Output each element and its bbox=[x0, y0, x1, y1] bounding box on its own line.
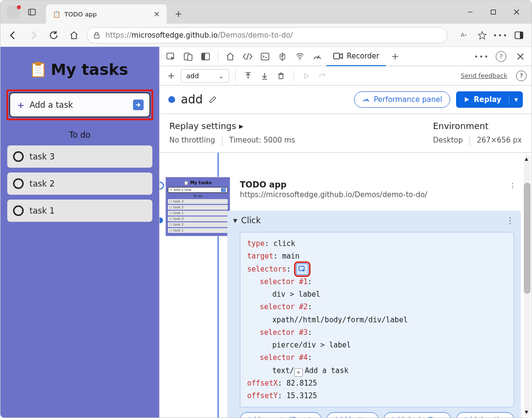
svg-rect-11 bbox=[520, 32, 523, 39]
step-more-icon[interactable]: ⋮ bbox=[506, 216, 515, 225]
send-feedback-link[interactable]: Send feedback bbox=[460, 72, 507, 79]
recorder-help-icon[interactable]: ? bbox=[516, 71, 527, 81]
tab-actions-icon[interactable] bbox=[26, 6, 38, 18]
scroll-down-icon[interactable]: ▾ bbox=[525, 408, 528, 416]
sources-tab-icon[interactable] bbox=[274, 48, 291, 65]
env-device: Desktop bbox=[433, 136, 463, 145]
add-chip[interactable]: Add deviceType bbox=[384, 412, 451, 418]
device-emulation-icon[interactable] bbox=[180, 48, 196, 65]
console-tab-icon[interactable] bbox=[257, 48, 273, 65]
import-icon[interactable] bbox=[241, 69, 255, 83]
throttling-value: No throttling bbox=[169, 136, 215, 145]
svg-rect-21 bbox=[202, 53, 205, 60]
tab-close-icon[interactable]: ✕ bbox=[154, 10, 160, 19]
scrollbar-thumb[interactable] bbox=[524, 183, 531, 294]
devtools-help-icon[interactable]: ? bbox=[493, 48, 509, 65]
browser-toolbar: https://microsoftedge.github.io/Demos/de… bbox=[0, 24, 532, 47]
nav-forward-button bbox=[26, 28, 41, 43]
task-item[interactable]: task 3 bbox=[7, 145, 152, 168]
replay-button[interactable]: Replay ▾ bbox=[456, 91, 523, 108]
recording-header: add Performance panel Replay ▾ bbox=[160, 86, 532, 114]
browser-tab-active[interactable]: 📋 TODO app ✕ bbox=[46, 4, 167, 24]
favorite-star-icon[interactable] bbox=[474, 28, 490, 43]
elements-tab-icon[interactable] bbox=[239, 48, 256, 65]
devtools-scrollbar[interactable]: ▴ ▾ bbox=[524, 155, 531, 416]
more-tabs-icon[interactable] bbox=[387, 48, 403, 65]
address-bar[interactable]: https://microsoftedge.github.io/Demos/de… bbox=[87, 27, 447, 43]
nav-refresh-button[interactable] bbox=[46, 28, 61, 43]
new-tab-button[interactable] bbox=[171, 6, 186, 22]
sidebar-toggle-icon[interactable] bbox=[511, 28, 527, 43]
timeline-node[interactable] bbox=[160, 182, 164, 189]
window-close-button[interactable] bbox=[505, 0, 528, 24]
site-lock-icon[interactable] bbox=[93, 31, 101, 39]
submit-arrow-icon[interactable] bbox=[133, 100, 144, 110]
timeline-node-active[interactable] bbox=[160, 217, 163, 223]
browser-tab-strip: 📋 TODO app ✕ bbox=[0, 0, 532, 24]
svg-rect-25 bbox=[334, 53, 340, 59]
devtools-close-icon[interactable] bbox=[512, 48, 529, 65]
step-click-header[interactable]: ▾ Click ⋮ bbox=[233, 216, 515, 225]
recording-select[interactable]: add ⌄ bbox=[181, 69, 229, 83]
svg-point-23 bbox=[299, 58, 300, 59]
devtools-more-icon[interactable]: ••• bbox=[473, 48, 490, 65]
play-icon bbox=[464, 97, 470, 102]
window-minimize-button[interactable] bbox=[459, 0, 481, 24]
devtools-tab-bar: Recorder ••• ? bbox=[160, 47, 532, 66]
nav-back-button[interactable] bbox=[5, 28, 21, 43]
scroll-up-icon[interactable]: ▴ bbox=[525, 155, 528, 162]
collapse-arrow-icon: ▾ bbox=[233, 216, 237, 225]
todo-app-pane: My tasks ＋ Add a task To do task 3 task … bbox=[0, 47, 159, 418]
pick-selector-button[interactable] bbox=[296, 263, 309, 275]
dock-side-icon[interactable] bbox=[197, 48, 214, 65]
browser-menu-icon[interactable]: ••• bbox=[493, 28, 508, 43]
app-title: My tasks bbox=[51, 60, 128, 79]
todo-section-heading: To do bbox=[7, 130, 152, 140]
step-click-label: Click bbox=[241, 216, 261, 225]
performance-panel-button[interactable]: Performance panel bbox=[354, 91, 450, 108]
task-label: task 3 bbox=[30, 152, 55, 161]
screenshot-thumbnail: My tasks + Add a task→ To do ○ task 3 ○ … bbox=[165, 177, 230, 236]
add-icon[interactable]: + bbox=[294, 368, 303, 377]
recorder-tab-active[interactable]: Recorder bbox=[326, 47, 386, 66]
svg-rect-36 bbox=[279, 74, 283, 79]
step-navigation[interactable]: TODO app https://microsoftedge.github.io… bbox=[240, 180, 517, 199]
recording-select-value: add bbox=[186, 72, 199, 80]
plus-icon: ＋ bbox=[16, 99, 26, 112]
task-checkbox[interactable] bbox=[13, 151, 24, 162]
replay-dropdown-icon[interactable]: ▾ bbox=[509, 95, 523, 104]
profile-avatar[interactable] bbox=[6, 5, 20, 19]
add-task-input[interactable]: ＋ Add a task bbox=[9, 92, 150, 117]
export-icon[interactable] bbox=[258, 69, 271, 83]
welcome-tab-icon[interactable] bbox=[222, 48, 238, 65]
window-maximize-button[interactable] bbox=[482, 0, 504, 24]
svg-rect-19 bbox=[188, 55, 192, 60]
network-tab-icon[interactable] bbox=[292, 48, 308, 65]
chevron-down-icon: ⌄ bbox=[218, 72, 224, 80]
replay-settings-heading[interactable]: Replay settings ▸ bbox=[169, 121, 433, 131]
recording-timeline: My tasks + Add a task→ To do ○ task 3 ○ … bbox=[160, 153, 532, 418]
add-attribute-chips: Add assertedEvents Add button Add device… bbox=[240, 412, 515, 418]
task-label: task 1 bbox=[30, 206, 55, 216]
inspect-element-icon[interactable] bbox=[163, 48, 179, 65]
task-item[interactable]: task 2 bbox=[7, 173, 152, 195]
step-click-expanded: ▾ Click ⋮ type: click target: main selec… bbox=[227, 211, 521, 418]
add-task-label: Add a task bbox=[30, 100, 73, 110]
task-checkbox[interactable] bbox=[13, 178, 24, 189]
devtools-pane: Recorder ••• ? add ⌄ Send feedback bbox=[159, 47, 532, 418]
add-chip[interactable]: Add duration bbox=[456, 412, 514, 418]
add-chip[interactable]: Add assertedEvents bbox=[240, 412, 322, 418]
nav-home-button[interactable] bbox=[66, 28, 82, 43]
task-item[interactable]: task 1 bbox=[7, 200, 152, 222]
window-controls bbox=[459, 0, 528, 24]
task-checkbox[interactable] bbox=[13, 205, 24, 216]
new-recording-icon[interactable] bbox=[164, 69, 178, 83]
add-chip[interactable]: Add button bbox=[326, 412, 379, 418]
read-aloud-icon[interactable]: A» bbox=[456, 28, 472, 43]
task-label: task 2 bbox=[30, 179, 55, 188]
continue-replay-icon bbox=[300, 69, 313, 83]
delete-icon[interactable] bbox=[274, 69, 288, 83]
performance-tab-icon[interactable] bbox=[309, 48, 325, 65]
step-more-icon[interactable]: ⋮ bbox=[509, 182, 517, 189]
edit-title-icon[interactable] bbox=[208, 95, 217, 104]
